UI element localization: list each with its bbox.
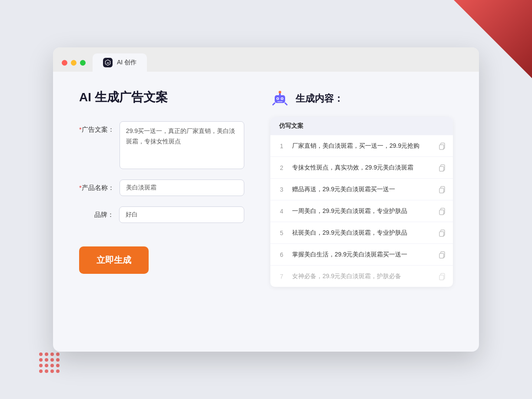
table-row: 2专抹女性斑点，真实功效，29.9元美白淡斑霜 (270, 157, 453, 179)
svg-point-8 (282, 98, 283, 100)
copy-icon[interactable] (437, 142, 446, 150)
brand-label: 品牌： (79, 206, 114, 219)
table-row: 1厂家直销，美白淡斑霜，买一送一，29.9元抢购 (270, 135, 453, 157)
copy-icon[interactable] (437, 207, 446, 216)
product-name-row: *产品名称： (79, 180, 244, 196)
row-text: 专抹女性斑点，真实功效，29.9元美白淡斑霜 (292, 163, 431, 172)
product-name-label: *产品名称： (79, 180, 114, 192)
copy-icon[interactable] (437, 250, 446, 259)
svg-point-7 (277, 98, 279, 100)
row-number: 4 (277, 208, 286, 215)
row-number: 5 (277, 229, 286, 236)
row-text: 女神必备，29.9元美白淡斑霜，护肤必备 (292, 272, 431, 281)
svg-line-11 (285, 103, 287, 105)
ad-copy-label: *广告文案： (79, 121, 114, 134)
results-header: 生成内容： (270, 89, 453, 108)
row-number: 3 (277, 186, 286, 193)
close-button[interactable] (62, 60, 67, 66)
table-row: 5祛斑美白，29.9元美白淡斑霜，专业护肤品 (270, 222, 453, 244)
row-text: 掌握美白生活，29.9元美白淡斑霜买一送一 (292, 250, 431, 259)
left-panel: AI 生成广告文案 *广告文案： *产品名称： 品牌： 立 (79, 89, 244, 287)
tab-ai-icon: AI (103, 58, 113, 67)
browser-chrome: AI AI 创作 (53, 47, 479, 72)
row-text: 祛斑美白，29.9元美白淡斑霜，专业护肤品 (292, 228, 431, 237)
browser-window: AI AI 创作 AI 生成广告文案 *广告文案： *产品名称： (53, 47, 479, 352)
copy-icon[interactable] (437, 229, 446, 237)
table-row: 6掌握美白生活，29.9元美白淡斑霜买一送一 (270, 244, 453, 266)
copy-icon[interactable] (437, 272, 446, 281)
row-text: 一周美白，29.9元美白淡斑霜，专业护肤品 (292, 206, 431, 216)
deco-dots (39, 352, 60, 373)
ad-copy-input[interactable] (120, 121, 244, 169)
brand-row: 品牌： (79, 206, 244, 223)
row-number: 7 (277, 273, 286, 280)
svg-point-4 (279, 91, 281, 93)
brand-input[interactable] (119, 206, 244, 223)
table-row: 3赠品再送，29.9元美白淡斑霜买一送一 (270, 179, 453, 200)
page-title: AI 生成广告文案 (79, 89, 244, 106)
table-row: 7女神必备，29.9元美白淡斑霜，护肤必备 (270, 266, 453, 287)
tab-label: AI 创作 (117, 59, 136, 66)
results-rows: 1厂家直销，美白淡斑霜，买一送一，29.9元抢购 2专抹女性斑点，真实功效，29… (270, 135, 453, 287)
product-name-input[interactable] (120, 180, 244, 196)
robot-icon (270, 89, 289, 108)
row-number: 2 (277, 164, 286, 171)
svg-text:AI: AI (106, 62, 109, 64)
generate-button[interactable]: 立即生成 (79, 246, 149, 274)
tab-ai-creation[interactable]: AI AI 创作 (93, 53, 147, 72)
results-title: 生成内容： (296, 92, 343, 105)
copy-icon[interactable] (437, 163, 446, 172)
copy-icon[interactable] (437, 185, 446, 194)
row-text: 厂家直销，美白淡斑霜，买一送一，29.9元抢购 (292, 141, 431, 150)
ad-copy-row: *广告文案： (79, 121, 244, 169)
row-text: 赠品再送，29.9元美白淡斑霜买一送一 (292, 185, 431, 194)
right-panel: 生成内容： 仿写文案 1厂家直销，美白淡斑霜，买一送一，29.9元抢购 2专抹女… (270, 89, 453, 287)
minimize-button[interactable] (71, 60, 76, 66)
row-number: 1 (277, 143, 286, 150)
svg-rect-9 (277, 101, 283, 102)
maximize-button[interactable] (80, 60, 86, 66)
traffic-lights (62, 60, 86, 72)
table-row: 4一周美白，29.9元美白淡斑霜，专业护肤品 (270, 200, 453, 222)
table-header: 仿写文案 (270, 117, 453, 135)
svg-line-10 (273, 103, 275, 105)
row-number: 6 (277, 251, 286, 258)
browser-content: AI 生成广告文案 *广告文案： *产品名称： 品牌： 立 (53, 72, 479, 304)
results-table: 仿写文案 1厂家直销，美白淡斑霜，买一送一，29.9元抢购 2专抹女性斑点，真实… (270, 117, 453, 287)
